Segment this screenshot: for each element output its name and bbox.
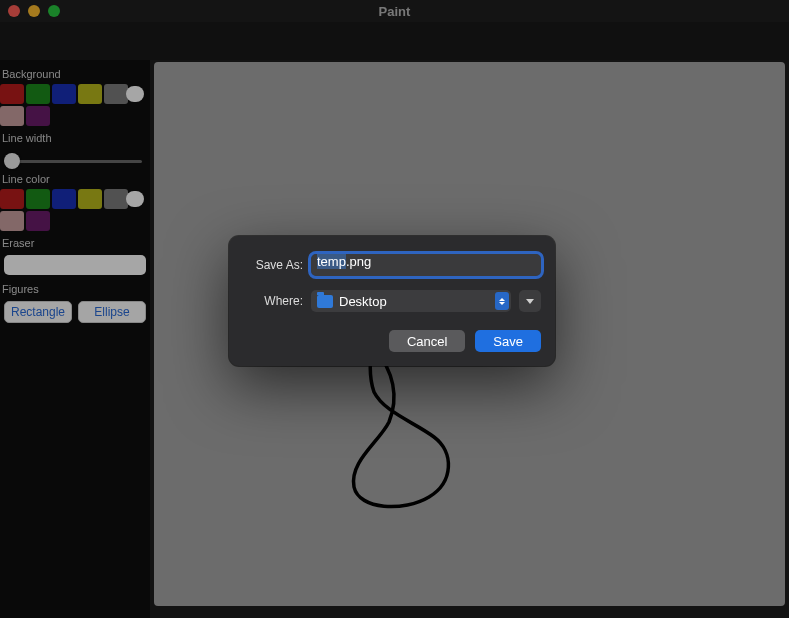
- filename-ext: .png: [346, 254, 371, 269]
- chevron-down-icon: [526, 299, 534, 304]
- filename-input[interactable]: temp.png: [311, 254, 541, 276]
- save-as-label: Save As:: [243, 258, 303, 272]
- folder-icon: [317, 295, 333, 308]
- expand-browser-button[interactable]: [519, 290, 541, 312]
- save-dialog: Save As: temp.png Where: Desktop Cancel …: [229, 236, 555, 366]
- filename-selected: temp: [317, 254, 346, 269]
- where-label: Where:: [243, 294, 303, 308]
- where-value: Desktop: [339, 294, 387, 309]
- save-button[interactable]: Save: [475, 330, 541, 352]
- where-stepper-icon: [495, 292, 509, 310]
- cancel-button[interactable]: Cancel: [389, 330, 465, 352]
- where-select[interactable]: Desktop: [311, 290, 511, 312]
